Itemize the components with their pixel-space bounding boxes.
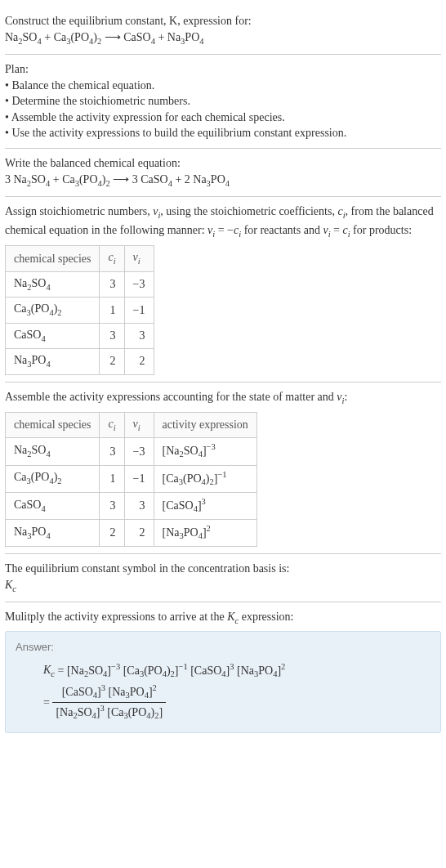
balanced-equation: 3 Na2SO4 + Ca3(PO4)2 ⟶ 3 CaSO4 + 2 Na3PO… [5, 172, 441, 190]
cell-ci: 1 [100, 465, 124, 492]
cell-vi: 3 [124, 492, 154, 519]
cell-species: Ca3(PO4)2 [6, 298, 100, 323]
table-row: Na3PO4 2 2 [Na3PO4]2 [6, 519, 257, 546]
col-species: chemical species [6, 413, 100, 438]
activity-heading: Assemble the activity expressions accoun… [5, 389, 441, 407]
cell-species: Na3PO4 [6, 519, 100, 546]
cell-ci: 3 [100, 438, 124, 465]
symbol-value: Kc [5, 577, 441, 595]
plan-section: Plan: Balance the chemical equation. Det… [5, 54, 441, 148]
symbol-heading: The equilibrium constant symbol in the c… [5, 561, 441, 577]
prompt-section: Construct the equilibrium constant, K, e… [5, 7, 441, 54]
answer-line2: = [CaSO4]3 [Na3PO4]2 [Na2SO4]3 [Ca3(PO4)… [43, 682, 430, 723]
multiply-heading: Mulitply the activity expressions to arr… [5, 609, 441, 627]
stoich-heading: Assign stoichiometric numbers, νi, using… [5, 204, 441, 240]
cell-expr: [Na2SO4]−3 [154, 438, 256, 465]
frac-denominator: [Na2SO4]3 [Ca3(PO4)2] [52, 703, 166, 723]
cell-species: Ca3(PO4)2 [6, 465, 100, 492]
table-row: Ca3(PO4)2 1 −1 [Ca3(PO4)2]−1 [6, 465, 257, 492]
col-ci: ci [100, 413, 124, 438]
prompt-equation: Na2SO4 + Ca3(PO4)2 ⟶ CaSO4 + Na3PO4 [5, 29, 441, 47]
answer-line1: Kc = [Na2SO4]−3 [Ca3(PO4)2]−1 [CaSO4]3 [… [43, 661, 430, 681]
cell-ci: 3 [100, 271, 124, 297]
table-row: CaSO4 3 3 [6, 323, 154, 348]
cell-vi: −1 [124, 465, 154, 492]
cell-species: CaSO4 [6, 323, 100, 348]
table-row: CaSO4 3 3 [CaSO4]3 [6, 492, 257, 519]
cell-expr: [Ca3(PO4)2]−1 [154, 465, 256, 492]
cell-ci: 1 [100, 298, 124, 323]
activity-section: Assemble the activity expressions accoun… [5, 382, 441, 554]
cell-expr: [CaSO4]3 [154, 492, 256, 519]
balanced-section: Write the balanced chemical equation: 3 … [5, 148, 441, 196]
cell-species: CaSO4 [6, 492, 100, 519]
cell-ci: 3 [100, 492, 124, 519]
col-ci: ci [100, 246, 124, 271]
col-vi: νi [124, 246, 154, 271]
col-expr: activity expression [154, 413, 256, 438]
table-row: Na2SO4 3 −3 [Na2SO4]−3 [6, 438, 257, 465]
cell-vi: −1 [124, 298, 154, 323]
answer-equals: = [43, 695, 50, 711]
plan-heading: Plan: [5, 61, 441, 78]
cell-ci: 2 [100, 519, 124, 546]
table-row: Ca3(PO4)2 1 −1 [6, 298, 154, 323]
col-vi: νi [124, 413, 154, 438]
frac-numerator: [CaSO4]3 [Na3PO4]2 [52, 682, 166, 703]
cell-species: Na3PO4 [6, 349, 100, 374]
stoich-table: chemical species ci νi Na2SO4 3 −3 Ca3(P… [5, 245, 154, 374]
table-header-row: chemical species ci νi [6, 246, 154, 271]
answer-fraction: [CaSO4]3 [Na3PO4]2 [Na2SO4]3 [Ca3(PO4)2] [52, 682, 166, 723]
plan-list: Balance the chemical equation. Determine… [5, 78, 441, 141]
cell-ci: 2 [100, 349, 124, 374]
cell-expr: [Na3PO4]2 [154, 519, 256, 546]
table-row: Na2SO4 3 −3 [6, 271, 154, 297]
balanced-heading: Write the balanced chemical equation: [5, 155, 441, 172]
activity-table: chemical species ci νi activity expressi… [5, 412, 257, 547]
cell-vi: −3 [124, 271, 154, 297]
table-header-row: chemical species ci νi activity expressi… [6, 413, 257, 438]
cell-vi: 2 [124, 519, 154, 546]
table-row: Na3PO4 2 2 [6, 349, 154, 374]
plan-item: Assemble the activity expression for eac… [5, 110, 441, 126]
cell-vi: 3 [124, 323, 154, 348]
answer-box: Answer: Kc = [Na2SO4]−3 [Ca3(PO4)2]−1 [C… [5, 631, 441, 734]
cell-species: Na2SO4 [6, 438, 100, 465]
plan-item: Determine the stoichiometric numbers. [5, 93, 441, 110]
cell-species: Na2SO4 [6, 271, 100, 297]
cell-vi: 2 [124, 349, 154, 374]
multiply-section: Mulitply the activity expressions to arr… [5, 602, 441, 740]
symbol-section: The equilibrium constant symbol in the c… [5, 553, 441, 602]
stoich-section: Assign stoichiometric numbers, νi, using… [5, 196, 441, 381]
cell-ci: 3 [100, 323, 124, 348]
col-species: chemical species [6, 246, 100, 271]
plan-item: Balance the chemical equation. [5, 78, 441, 94]
plan-item: Use the activity expressions to build th… [5, 125, 441, 141]
prompt-intro: Construct the equilibrium constant, K, e… [5, 13, 441, 29]
answer-label: Answer: [16, 640, 430, 655]
cell-vi: −3 [124, 438, 154, 465]
